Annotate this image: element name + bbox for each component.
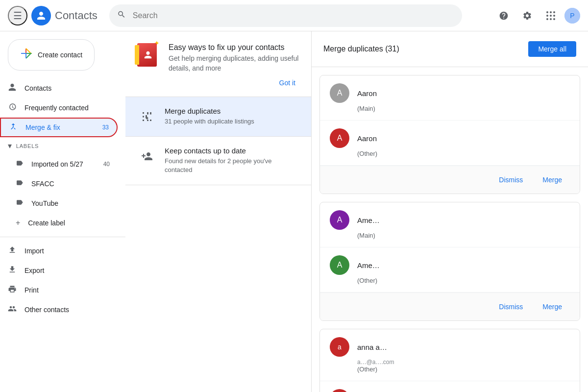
sfacc-label: SFACC bbox=[31, 180, 54, 188]
merge-duplicates-icon bbox=[137, 107, 157, 126]
contact-card-aaron: A Aaron (Main) A Aaron (Other) Dismiss M… bbox=[319, 75, 580, 194]
keep-title: Keep contacts up to date bbox=[165, 147, 299, 155]
sidebar-item-contacts[interactable]: Contacts bbox=[0, 78, 118, 98]
contact-actions: Dismiss Merge bbox=[320, 293, 580, 320]
got-it-button[interactable]: Got it bbox=[275, 77, 299, 89]
contact-entry-2: A Aaron (Other) bbox=[320, 121, 580, 166]
search-container bbox=[109, 4, 462, 27]
person-icon bbox=[8, 83, 17, 94]
app-logo-icon bbox=[31, 6, 51, 25]
merge-all-button[interactable]: Merge all bbox=[528, 41, 576, 57]
dismiss-button[interactable]: Dismiss bbox=[491, 299, 531, 315]
content-area: ✦ Easy ways to fix up your contacts Get … bbox=[125, 31, 588, 392]
contacts-label: Contacts bbox=[24, 84, 51, 92]
keep-contacts-content: Keep contacts up to date Found new detai… bbox=[165, 147, 299, 174]
frequently-label: Frequently contacted bbox=[24, 104, 89, 112]
create-contact-label: Create contact bbox=[38, 51, 82, 59]
search-icon bbox=[117, 10, 126, 21]
contact-card-ame: A Ame… (Main) A Ame… (Other) Dismiss Mer… bbox=[319, 202, 580, 321]
topbar: ☰ Contacts P bbox=[0, 0, 588, 31]
avatar: a bbox=[330, 389, 349, 392]
sidebar-item-print[interactable]: Print bbox=[0, 280, 118, 300]
contact-entry-anna1: a anna a… a…@a….com (Other) bbox=[320, 329, 580, 381]
settings-button[interactable] bbox=[517, 6, 537, 25]
contact-card-anna: a anna a… a…@a….com (Other) a anna a… (O… bbox=[319, 329, 580, 392]
merge-label: Merge & fix bbox=[25, 123, 60, 131]
right-panel-header: Merge duplicates (31) Merge all bbox=[312, 31, 588, 67]
merge-icon bbox=[9, 122, 18, 133]
tip-desc: Get help merging duplicates, adding usef… bbox=[169, 54, 299, 73]
create-icon bbox=[20, 48, 32, 62]
topbar-actions: P bbox=[494, 6, 580, 25]
imported-badge: 40 bbox=[103, 161, 110, 168]
create-contact-button[interactable]: Create contact bbox=[8, 39, 95, 71]
avatar: A bbox=[330, 83, 349, 103]
right-panel-title: Merge duplicates (31) bbox=[323, 45, 399, 53]
labels-header: Labels bbox=[16, 143, 39, 149]
sidebar: Create contact Contacts Frequently conta… bbox=[0, 31, 125, 392]
sidebar-item-imported[interactable]: Imported on 5/27 40 bbox=[0, 154, 118, 174]
avatar: A bbox=[330, 128, 349, 148]
avatar: A bbox=[330, 255, 349, 275]
sidebar-item-sfacc[interactable]: SFACC bbox=[0, 174, 118, 194]
sidebar-item-other-contacts[interactable]: Other contacts bbox=[0, 300, 118, 319]
help-button[interactable] bbox=[494, 6, 514, 25]
merge-title: Merge duplicates bbox=[165, 107, 254, 115]
search-input[interactable] bbox=[109, 4, 462, 27]
add-label-icon: + bbox=[16, 219, 20, 227]
contact-label: (Other) bbox=[357, 277, 570, 284]
middle-panel: ✦ Easy ways to fix up your contacts Get … bbox=[125, 31, 312, 392]
contact-label: (Main) bbox=[357, 232, 570, 239]
main-layout: Create contact Contacts Frequently conta… bbox=[0, 31, 588, 392]
sidebar-item-export[interactable]: Export bbox=[0, 261, 118, 280]
contact-label: (Other) bbox=[357, 150, 570, 157]
label-icon-sfacc bbox=[16, 179, 24, 189]
merge-button[interactable]: Merge bbox=[535, 299, 570, 315]
apps-button[interactable] bbox=[541, 6, 561, 25]
label-icon bbox=[16, 159, 24, 169]
contact-label: (Other) bbox=[357, 366, 570, 373]
keep-desc: Found new details for 2 people you've co… bbox=[165, 157, 299, 174]
contact-entry: A Aaron (Main) bbox=[320, 75, 580, 121]
create-label-item[interactable]: + Create label bbox=[0, 213, 118, 233]
import-label: Import bbox=[24, 247, 44, 255]
youtube-label: YouTube bbox=[31, 199, 58, 207]
avatar: a bbox=[330, 337, 349, 357]
export-label: Export bbox=[24, 267, 44, 274]
menu-button[interactable]: ☰ bbox=[8, 6, 27, 25]
other-contacts-label: Other contacts bbox=[24, 306, 69, 314]
print-icon bbox=[8, 285, 17, 296]
grid-dots-icon bbox=[546, 11, 555, 20]
other-contacts-icon bbox=[8, 304, 17, 316]
contact-name: Aaron bbox=[357, 134, 377, 143]
avatar[interactable]: P bbox=[564, 8, 580, 24]
sidebar-item-merge[interactable]: Merge & fix 33 bbox=[0, 118, 118, 137]
contact-name: anna a… bbox=[357, 343, 387, 351]
dismiss-button[interactable]: Dismiss bbox=[491, 172, 531, 188]
contact-label: (Main) bbox=[357, 105, 570, 112]
sidebar-divider bbox=[0, 237, 125, 237]
sidebar-item-frequently[interactable]: Frequently contacted bbox=[0, 98, 118, 118]
upload-icon bbox=[8, 245, 17, 257]
imported-label: Imported on 5/27 bbox=[31, 160, 83, 168]
app-name: Contacts bbox=[55, 9, 98, 22]
expand-icon: ▾ bbox=[8, 141, 12, 150]
right-panel: Merge duplicates (31) Merge all A Aaron … bbox=[312, 31, 588, 392]
contact-entry-anna2: a anna a… (Other) …….com ……….com gmail.c… bbox=[320, 381, 580, 392]
merge-button[interactable]: Merge bbox=[535, 172, 570, 188]
label-icon-youtube bbox=[16, 198, 24, 208]
labels-section-header[interactable]: ▾ Labels bbox=[0, 137, 125, 154]
sidebar-item-youtube[interactable]: YouTube bbox=[0, 194, 118, 213]
contact-actions: Dismiss Merge bbox=[320, 166, 580, 194]
contact-email: a…@a….com bbox=[357, 359, 570, 366]
contact-entry: A Ame… (Main) bbox=[320, 202, 580, 247]
svg-text:P: P bbox=[570, 12, 574, 20]
create-label-text: Create label bbox=[28, 219, 65, 227]
contact-name: Ame… bbox=[357, 261, 380, 270]
contact-entry-2: A Ame… (Other) bbox=[320, 247, 580, 293]
keep-contacts-icon bbox=[137, 147, 157, 166]
app-logo: Contacts bbox=[31, 6, 98, 25]
fix-item-keep[interactable]: Keep contacts up to date Found new detai… bbox=[125, 137, 311, 185]
fix-item-merge[interactable]: Merge duplicates 31 people with duplicat… bbox=[125, 97, 311, 137]
sidebar-item-import[interactable]: Import bbox=[0, 241, 118, 261]
